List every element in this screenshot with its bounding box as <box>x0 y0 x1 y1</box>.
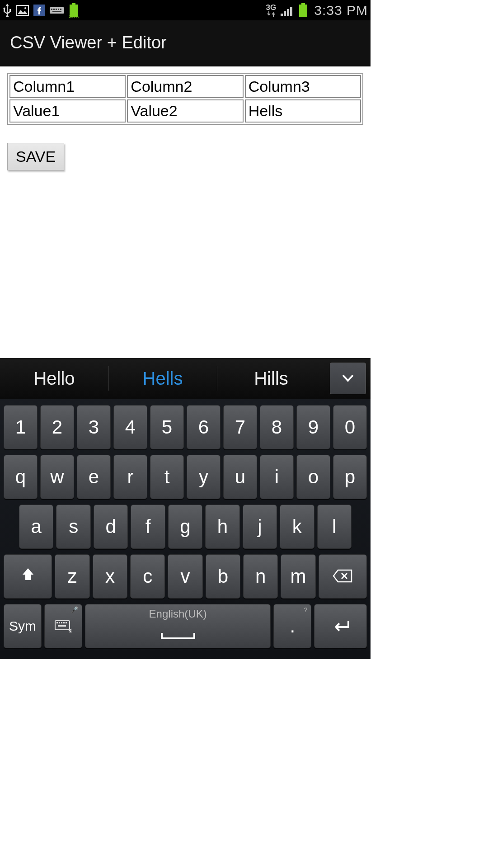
key-j[interactable]: j <box>243 505 277 549</box>
key-k[interactable]: k <box>280 505 314 549</box>
key-6[interactable]: 6 <box>187 405 221 449</box>
key-c[interactable]: c <box>130 554 165 599</box>
key-g[interactable]: g <box>168 505 202 549</box>
key-y[interactable]: y <box>187 455 221 499</box>
key-0[interactable]: 0 <box>333 405 367 449</box>
cell[interactable]: Hells <box>245 99 361 123</box>
key-3[interactable]: 3 <box>77 405 111 449</box>
app-title: CSV Viewer + Editor <box>10 33 167 52</box>
suggestion[interactable]: Hello <box>0 358 108 399</box>
statusbar-left: 100% <box>3 3 79 18</box>
key-shift[interactable] <box>4 554 52 599</box>
svg-rect-16 <box>301 3 305 5</box>
facebook-icon <box>33 5 45 16</box>
key-period[interactable]: ? . <box>273 604 311 648</box>
svg-rect-24 <box>58 625 66 627</box>
key-n[interactable]: n <box>243 554 278 599</box>
battery-percent-label: 100% <box>69 14 79 19</box>
key-space[interactable]: English(UK) <box>85 604 271 648</box>
key-e[interactable]: e <box>77 455 111 499</box>
svg-rect-17 <box>299 5 307 17</box>
svg-rect-19 <box>56 622 58 623</box>
key-7[interactable]: 7 <box>223 405 257 449</box>
cell[interactable]: Column2 <box>127 75 243 98</box>
backspace-icon <box>333 566 352 587</box>
key-u[interactable]: u <box>223 455 257 499</box>
svg-rect-6 <box>56 9 57 10</box>
keyboard-row-a: a s d f g h j k l <box>1 502 370 552</box>
cell[interactable]: Value1 <box>9 99 126 123</box>
save-button[interactable]: SAVE <box>7 143 64 170</box>
space-language-label: English(UK) <box>149 608 207 620</box>
svg-rect-20 <box>59 622 60 623</box>
keyboard-row-numbers: 1 2 3 4 5 6 7 8 9 0 <box>1 402 370 452</box>
key-r[interactable]: r <box>113 455 147 499</box>
suggestion-collapse-button[interactable] <box>330 363 366 394</box>
suggestion-bar: Hello Hells Hills <box>0 358 371 399</box>
key-h[interactable]: h <box>205 505 239 549</box>
key-o[interactable]: o <box>296 455 330 499</box>
svg-rect-12 <box>281 14 283 16</box>
key-b[interactable]: b <box>206 554 240 599</box>
keyboard: Hello Hells Hills 1 2 3 4 5 6 7 8 9 0 q … <box>0 358 371 659</box>
key-settings[interactable]: 🎤 <box>44 604 82 648</box>
key-enter[interactable] <box>314 604 367 648</box>
svg-rect-5 <box>53 9 55 10</box>
keyboard-settings-icon <box>54 615 72 637</box>
svg-rect-8 <box>60 9 61 10</box>
table-row: Column1 Column2 Column3 <box>9 75 361 98</box>
key-z[interactable]: z <box>55 554 89 599</box>
key-x[interactable]: x <box>93 554 127 599</box>
keyboard-row-bottom: Sym 🎤 English(UK) ? . <box>1 601 370 651</box>
cell[interactable]: Column1 <box>9 75 126 98</box>
statusbar: 100% 3G 3:33 PM <box>0 0 371 20</box>
key-q[interactable]: q <box>4 455 38 499</box>
key-8[interactable]: 8 <box>260 405 294 449</box>
key-t[interactable]: t <box>150 455 184 499</box>
key-f[interactable]: f <box>131 505 165 549</box>
cell[interactable]: Column3 <box>245 75 361 98</box>
key-2[interactable]: 2 <box>40 405 74 449</box>
key-w[interactable]: w <box>40 455 74 499</box>
keyboard-row-q: q w e r t y u i o p <box>1 452 370 502</box>
svg-rect-13 <box>284 11 286 16</box>
key-9[interactable]: 9 <box>296 405 330 449</box>
svg-rect-21 <box>61 622 62 623</box>
battery-status-icon <box>299 3 308 18</box>
key-m[interactable]: m <box>281 554 315 599</box>
keyboard-notification-icon <box>50 5 64 15</box>
svg-rect-14 <box>287 9 289 16</box>
clock: 3:33 PM <box>314 3 368 18</box>
key-l[interactable]: l <box>317 505 352 549</box>
key-v[interactable]: v <box>168 554 202 599</box>
svg-rect-7 <box>58 9 59 10</box>
svg-rect-3 <box>50 7 64 14</box>
key-sym[interactable]: Sym <box>4 604 42 648</box>
gallery-icon <box>16 5 29 16</box>
csv-table: Column1 Column2 Column3 Value1 Value2 He… <box>7 73 363 125</box>
statusbar-right: 3G 3:33 PM <box>266 3 368 18</box>
svg-rect-23 <box>66 622 67 623</box>
key-5[interactable]: 5 <box>150 405 184 449</box>
svg-rect-10 <box>72 3 75 5</box>
battery-full-icon: 100% <box>69 3 79 18</box>
key-p[interactable]: p <box>333 455 367 499</box>
key-4[interactable]: 4 <box>113 405 147 449</box>
actionbar: CSV Viewer + Editor <box>0 20 371 66</box>
signal-icon <box>281 5 294 16</box>
svg-rect-9 <box>52 11 61 12</box>
key-1[interactable]: 1 <box>4 405 38 449</box>
svg-rect-4 <box>51 9 52 10</box>
key-d[interactable]: d <box>94 505 128 549</box>
key-a[interactable]: a <box>19 505 53 549</box>
keyboard-rows: 1 2 3 4 5 6 7 8 9 0 q w e r t y u i o p … <box>0 399 371 659</box>
key-s[interactable]: s <box>56 505 90 549</box>
cell[interactable]: Value2 <box>127 99 243 123</box>
key-i[interactable]: i <box>260 455 294 499</box>
suggestion-selected[interactable]: Hells <box>108 358 217 399</box>
key-backspace[interactable] <box>319 554 367 599</box>
mic-hint-icon: 🎤 <box>70 606 78 613</box>
suggestion[interactable]: Hills <box>217 358 325 399</box>
keyboard-row-z: z x c v b n m <box>1 552 370 601</box>
enter-icon <box>330 615 351 637</box>
